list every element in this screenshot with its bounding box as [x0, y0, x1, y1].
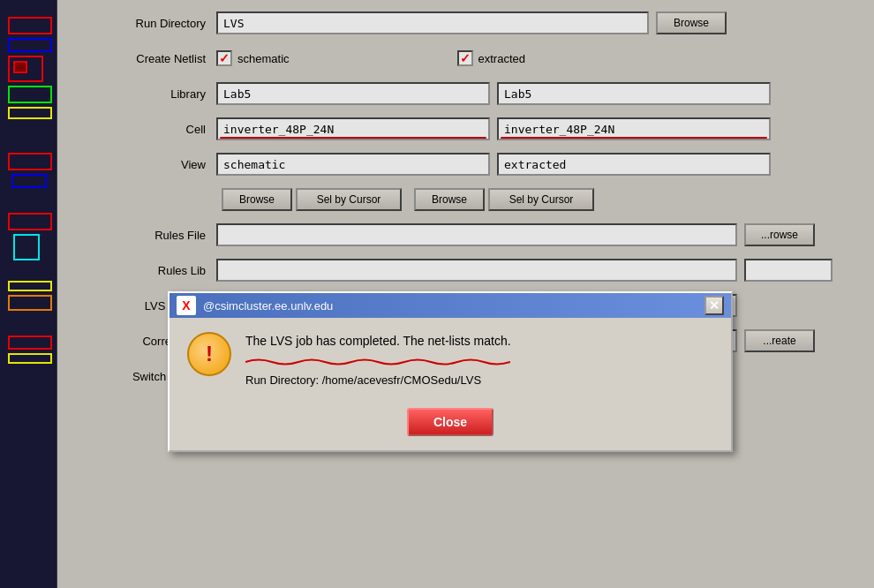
dialog-overlay: X @csimcluster.ee.unlv.edu ✕ ! The LVS j… [0, 0, 874, 588]
dialog-title-left: X @csimcluster.ee.unlv.edu [177, 296, 333, 315]
squiggle-decoration [245, 358, 510, 366]
dialog-body: ! The LVS job has completed. The net-lis… [170, 318, 731, 401]
dialog-directory: Run Directory: /home/acevesfr/CMOSedu/LV… [245, 373, 713, 387]
dialog-box: X @csimcluster.ee.unlv.edu ✕ ! The LVS j… [168, 291, 733, 452]
app-logo: X [177, 296, 196, 315]
dialog-close-x-button[interactable]: ✕ [704, 296, 724, 315]
logo-x: X [182, 298, 190, 313]
warning-icon: ! [187, 332, 231, 376]
dialog-footer: Close [170, 401, 731, 450]
dialog-message: The LVS job has completed. The net-lists… [245, 332, 713, 351]
dialog-titlebar: X @csimcluster.ee.unlv.edu ✕ [170, 293, 731, 318]
dialog-title: @csimcluster.ee.unlv.edu [203, 299, 333, 313]
dialog-text-area: The LVS job has completed. The net-lists… [245, 332, 713, 387]
close-button[interactable]: Close [407, 408, 494, 436]
